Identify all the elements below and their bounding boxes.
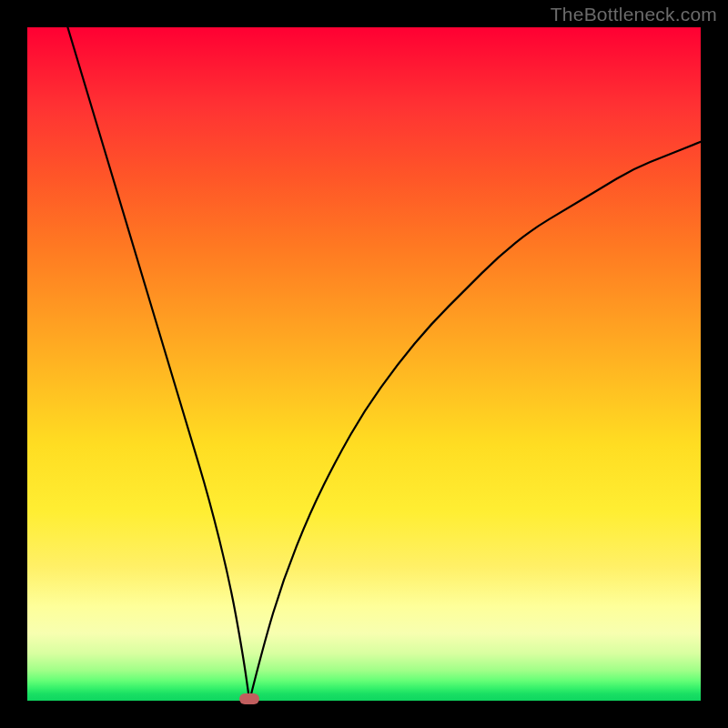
optimal-point-marker <box>239 693 259 704</box>
chart-area <box>27 27 701 701</box>
bottleneck-curve <box>27 27 701 701</box>
watermark-text: TheBottleneck.com <box>551 4 717 25</box>
